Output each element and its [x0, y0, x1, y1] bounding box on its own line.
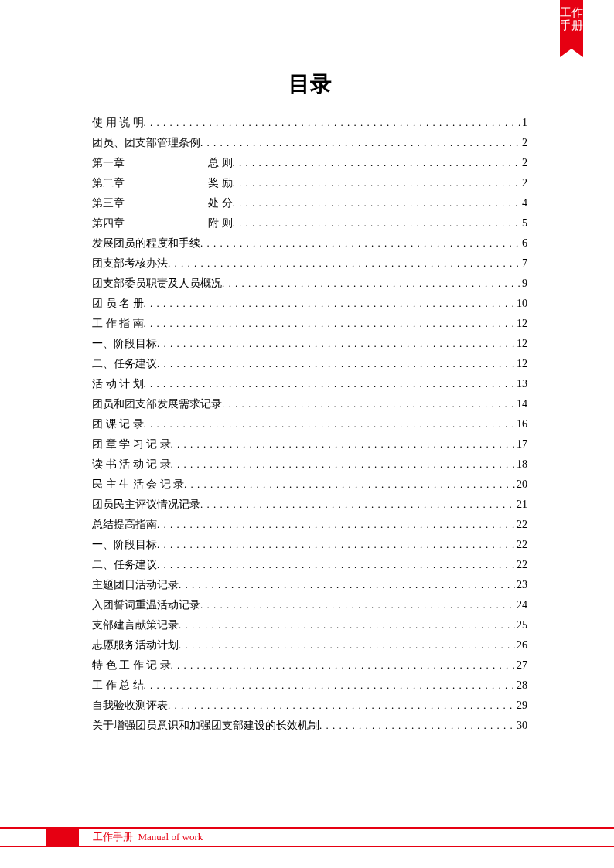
toc-page-number: 1 [520, 113, 527, 133]
toc-row: 关于增强团员意识和加强团支部建设的长效机制30 [92, 716, 527, 736]
toc-entry-label: 奖 励 [208, 173, 233, 193]
toc-leader-dots [144, 676, 516, 696]
toc-page-number: 2 [520, 133, 527, 153]
toc-row: 团 课 记 录16 [92, 414, 527, 434]
toc-page-number: 9 [520, 274, 527, 294]
toc-entry-label: 特 色 工 作 记 录 [92, 655, 171, 676]
toc-page-number: 27 [515, 655, 527, 676]
toc-row: 团员和团支部发展需求记录14 [92, 394, 527, 414]
toc-entry-label: 发展团员的程度和手续 [92, 233, 200, 254]
toc-page-number: 17 [515, 434, 527, 454]
toc-row: 团 员 名 册10 [92, 294, 527, 314]
toc-row: 团员、团支部管理条例2 [92, 133, 527, 153]
toc-page-number: 26 [515, 635, 527, 655]
toc-entry-label: 总结提高指南 [92, 515, 157, 535]
toc-leader-dots [144, 414, 516, 434]
toc-page-number: 24 [515, 595, 527, 615]
toc-leader-dots [168, 254, 520, 274]
toc-leader-dots [157, 515, 515, 535]
toc-row: 第三章处 分4 [92, 193, 527, 213]
toc-entry-label: 自我验收测评表 [92, 696, 168, 716]
toc-leader-dots [222, 394, 515, 414]
toc-row: 自我验收测评表29 [92, 696, 527, 716]
toc-row: 入团誓词重温活动记录24 [92, 595, 527, 615]
toc-page-number: 13 [515, 374, 527, 394]
toc-leader-dots [144, 374, 516, 394]
toc-page-number: 23 [515, 575, 527, 595]
toc-page-number: 29 [515, 696, 527, 716]
page-body: 目录 使 用 说 明1团员、团支部管理条例2第一章总 则2第二章奖 励2第三章处… [0, 0, 614, 736]
toc-leader-dots [157, 555, 515, 575]
toc-entry-label: 志愿服务活动计划 [92, 635, 179, 655]
toc-row: 总结提高指南22 [92, 515, 527, 535]
toc-entry-label: 关于增强团员意识和加强团支部建设的长效机制 [92, 716, 319, 736]
toc-entry-label: 工 作 总 结 [92, 676, 144, 696]
toc-row: 一、阶段目标12 [92, 334, 527, 354]
toc-page-number: 20 [515, 475, 527, 495]
toc-row: 第四章附 则5 [92, 213, 527, 233]
toc-entry-label: 支部建言献策记录 [92, 615, 179, 635]
ribbon-bookmark: 工作手册 [560, 0, 583, 49]
toc-row: 读 书 活 动 记 录18 [92, 454, 527, 475]
toc-page-number: 14 [515, 394, 527, 414]
toc-entry-label: 团支部委员职责及人员概况 [92, 274, 222, 294]
toc-page-number: 28 [515, 676, 527, 696]
toc-row: 工 作 指 南12 [92, 314, 527, 334]
toc-leader-dots [171, 434, 516, 454]
toc-row: 团 章 学 习 记 录17 [92, 434, 527, 454]
toc-entry-label: 读 书 活 动 记 录 [92, 454, 171, 475]
toc-leader-dots [157, 535, 515, 555]
toc-entry-label: 一、阶段目标 [92, 535, 157, 555]
toc-leader-dots [233, 213, 521, 233]
footer-label-en: Manual of work [138, 831, 203, 842]
toc-leader-dots [200, 495, 515, 515]
toc-chapter-prefix: 第四章 [92, 213, 208, 233]
toc-entry-label: 附 则 [208, 213, 233, 233]
toc-entry-label: 团 课 记 录 [92, 414, 144, 434]
toc-entry-label: 民 主 生 活 会 记 录 [92, 475, 184, 495]
toc-entry-label: 总 则 [208, 153, 233, 173]
toc-entry-label: 处 分 [208, 193, 233, 213]
toc-leader-dots [200, 595, 515, 615]
toc-leader-dots [233, 173, 521, 193]
toc-page-number: 25 [515, 615, 527, 635]
toc-page-number: 12 [515, 354, 527, 374]
toc-row: 特 色 工 作 记 录27 [92, 655, 527, 676]
toc-row: 一、阶段目标22 [92, 535, 527, 555]
toc-row: 支部建言献策记录25 [92, 615, 527, 635]
toc-row: 工 作 总 结28 [92, 676, 527, 696]
toc-row: 使 用 说 明1 [92, 113, 527, 133]
toc-leader-dots [179, 615, 515, 635]
toc-leader-dots [157, 334, 515, 354]
toc-entry-label: 活 动 计 划 [92, 374, 144, 394]
toc-leader-dots [144, 294, 516, 314]
toc-entry-label: 二、任务建议 [92, 354, 157, 374]
toc-entry-label: 团 章 学 习 记 录 [92, 434, 171, 454]
toc-page-number: 18 [515, 454, 527, 475]
toc-leader-dots [184, 475, 515, 495]
toc-page-number: 4 [520, 193, 527, 213]
toc-leader-dots [233, 193, 521, 213]
toc-page-number: 2 [520, 153, 527, 173]
toc-page-number: 22 [515, 535, 527, 555]
toc-page-number: 7 [520, 254, 527, 274]
toc-page-number: 12 [515, 334, 527, 354]
toc-leader-dots [179, 635, 515, 655]
toc-entry-label: 使 用 说 明 [92, 113, 144, 133]
toc-entry-label: 团支部考核办法 [92, 254, 168, 274]
toc-entry-label: 主题团日活动记录 [92, 575, 179, 595]
toc-page-number: 30 [515, 716, 527, 736]
toc-leader-dots [171, 454, 516, 475]
toc-row: 二、任务建议12 [92, 354, 527, 374]
toc-chapter-prefix: 第二章 [92, 173, 208, 193]
toc-leader-dots [233, 153, 521, 173]
toc-entry-label: 工 作 指 南 [92, 314, 144, 334]
toc-title: 目录 [92, 70, 527, 99]
toc-row: 志愿服务活动计划26 [92, 635, 527, 655]
toc-entry-label: 团员民主评议情况记录 [92, 495, 200, 515]
toc-row: 主题团日活动记录23 [92, 575, 527, 595]
toc-chapter-prefix: 第三章 [92, 193, 208, 213]
toc-entry-label: 团 员 名 册 [92, 294, 144, 314]
footer-label: 工作手册 Manual of work [93, 830, 203, 844]
toc-leader-dots [222, 274, 520, 294]
